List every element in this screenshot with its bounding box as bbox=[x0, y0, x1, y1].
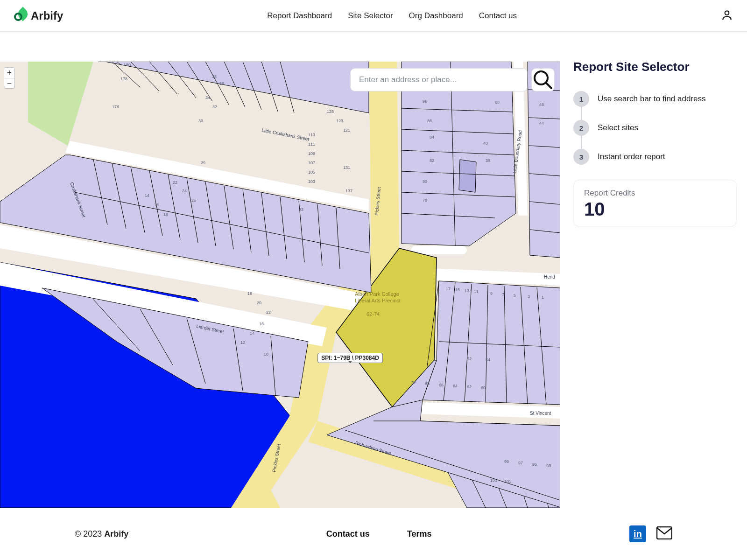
svg-text:101: 101 bbox=[504, 479, 511, 484]
svg-text:15: 15 bbox=[455, 287, 460, 292]
step-1-badge: 1 bbox=[573, 91, 589, 107]
svg-text:82: 82 bbox=[430, 158, 434, 163]
svg-text:3: 3 bbox=[528, 294, 530, 299]
svg-text:62: 62 bbox=[467, 385, 472, 389]
svg-text:1: 1 bbox=[542, 295, 544, 300]
mail-icon bbox=[656, 526, 672, 539]
svg-text:137: 137 bbox=[345, 189, 352, 193]
svg-text:22: 22 bbox=[173, 180, 177, 185]
svg-text:52: 52 bbox=[467, 357, 472, 361]
svg-text:16: 16 bbox=[259, 322, 264, 326]
map-canvas[interactable]: + − SPI: 1~79B \ PP3084D bbox=[0, 62, 560, 508]
zoom-control: + − bbox=[4, 67, 15, 89]
svg-text:86: 86 bbox=[427, 119, 432, 123]
svg-text:46: 46 bbox=[539, 102, 544, 107]
step-1: 1 Use search bar to find address bbox=[573, 84, 737, 113]
svg-text:7: 7 bbox=[502, 292, 504, 297]
steps-list: 1 Use search bar to find address 2 Selec… bbox=[573, 84, 737, 171]
step-2-badge: 2 bbox=[573, 120, 589, 136]
svg-text:9: 9 bbox=[490, 291, 493, 296]
svg-text:107: 107 bbox=[308, 161, 315, 165]
svg-text:38: 38 bbox=[212, 74, 217, 79]
credits-value: 10 bbox=[584, 199, 726, 220]
svg-text:18: 18 bbox=[247, 291, 252, 296]
svg-text:11: 11 bbox=[474, 289, 479, 294]
street-label-hend: Hend bbox=[544, 274, 555, 280]
svg-text:16: 16 bbox=[154, 203, 159, 207]
zoom-out-button[interactable]: − bbox=[4, 78, 14, 88]
svg-text:80: 80 bbox=[423, 179, 427, 184]
svg-text:123: 123 bbox=[336, 119, 343, 123]
highlight-num: 62-74 bbox=[366, 311, 380, 317]
svg-text:32: 32 bbox=[212, 105, 217, 109]
svg-text:22: 22 bbox=[266, 310, 271, 315]
brand-logo[interactable]: Arbify bbox=[14, 9, 63, 22]
user-icon bbox=[721, 9, 733, 21]
svg-text:12: 12 bbox=[240, 340, 245, 345]
linkedin-link[interactable]: in bbox=[629, 525, 646, 542]
step-2-label: Select sites bbox=[598, 123, 638, 133]
svg-text:66: 66 bbox=[439, 383, 444, 387]
svg-text:95: 95 bbox=[532, 462, 537, 467]
brand-name: Arbify bbox=[31, 9, 63, 22]
svg-text:5: 5 bbox=[514, 293, 516, 298]
svg-text:84: 84 bbox=[430, 135, 434, 140]
nav-report-dashboard[interactable]: Report Dashboard bbox=[267, 11, 332, 21]
linkedin-icon: in bbox=[634, 529, 642, 539]
svg-rect-158 bbox=[657, 527, 672, 539]
step-3: 3 Instant order report bbox=[573, 142, 737, 171]
svg-text:13: 13 bbox=[465, 288, 469, 293]
address-search-button[interactable] bbox=[531, 68, 555, 91]
svg-text:26: 26 bbox=[191, 198, 196, 203]
svg-text:40: 40 bbox=[483, 141, 488, 146]
svg-text:178: 178 bbox=[120, 77, 127, 81]
footer-link-terms[interactable]: Terms bbox=[407, 529, 432, 539]
svg-text:111: 111 bbox=[308, 142, 315, 147]
svg-text:36: 36 bbox=[219, 81, 224, 86]
svg-text:18: 18 bbox=[163, 212, 168, 217]
svg-text:176: 176 bbox=[112, 105, 119, 109]
email-link[interactable] bbox=[656, 526, 672, 541]
address-search-input[interactable] bbox=[350, 68, 528, 91]
brand-logo-mark bbox=[14, 10, 28, 21]
svg-text:20: 20 bbox=[257, 301, 261, 305]
svg-text:97: 97 bbox=[518, 461, 523, 465]
step-3-badge: 3 bbox=[573, 149, 589, 165]
footer-link-contact[interactable]: Contact us bbox=[326, 529, 370, 539]
svg-text:109: 109 bbox=[308, 151, 315, 156]
nav-site-selector[interactable]: Site Selector bbox=[348, 11, 393, 21]
svg-text:93: 93 bbox=[299, 207, 303, 212]
app-footer: © 2023 Arbify Contact us Terms in bbox=[0, 508, 747, 560]
svg-text:38: 38 bbox=[486, 158, 490, 163]
panel-title: Report Site Selector bbox=[573, 60, 737, 74]
highlight-label-1: Albert Park College bbox=[355, 291, 399, 297]
svg-text:105: 105 bbox=[308, 170, 315, 175]
svg-text:180: 180 bbox=[124, 63, 131, 67]
copyright: © 2023 Arbify bbox=[75, 529, 128, 539]
footer-links: Contact us Terms bbox=[326, 529, 432, 539]
nav-org-dashboard[interactable]: Org Dashboard bbox=[409, 11, 463, 21]
svg-text:14: 14 bbox=[145, 193, 149, 198]
step-3-label: Instant order report bbox=[598, 152, 665, 161]
svg-text:14: 14 bbox=[250, 331, 254, 336]
highlight-label-2: Liberal Arts Precinct bbox=[355, 298, 401, 303]
map-svg: Pickles Street Pickles Street Little Cru… bbox=[0, 62, 560, 508]
svg-text:121: 121 bbox=[343, 128, 350, 133]
report-credits-card: Report Credits 10 bbox=[573, 180, 737, 227]
svg-text:30: 30 bbox=[198, 119, 203, 123]
svg-text:64: 64 bbox=[453, 384, 458, 388]
svg-text:99: 99 bbox=[504, 459, 509, 464]
svg-text:103: 103 bbox=[490, 478, 497, 483]
svg-text:17: 17 bbox=[446, 287, 451, 291]
street-label-st-vincent: St Vincent bbox=[530, 411, 551, 416]
site-selector-panel: Report Site Selector 1 Use search bar to… bbox=[560, 32, 747, 508]
svg-text:93: 93 bbox=[546, 463, 551, 468]
svg-text:125: 125 bbox=[327, 109, 334, 114]
svg-marker-53 bbox=[459, 160, 476, 192]
nav-contact-us[interactable]: Contact us bbox=[479, 11, 517, 21]
user-menu[interactable] bbox=[721, 9, 733, 23]
parcel-tooltip: SPI: 1~79B \ PP3084D bbox=[317, 353, 383, 363]
svg-text:44: 44 bbox=[539, 121, 544, 126]
credits-label: Report Credits bbox=[584, 189, 726, 198]
zoom-in-button[interactable]: + bbox=[4, 68, 14, 78]
